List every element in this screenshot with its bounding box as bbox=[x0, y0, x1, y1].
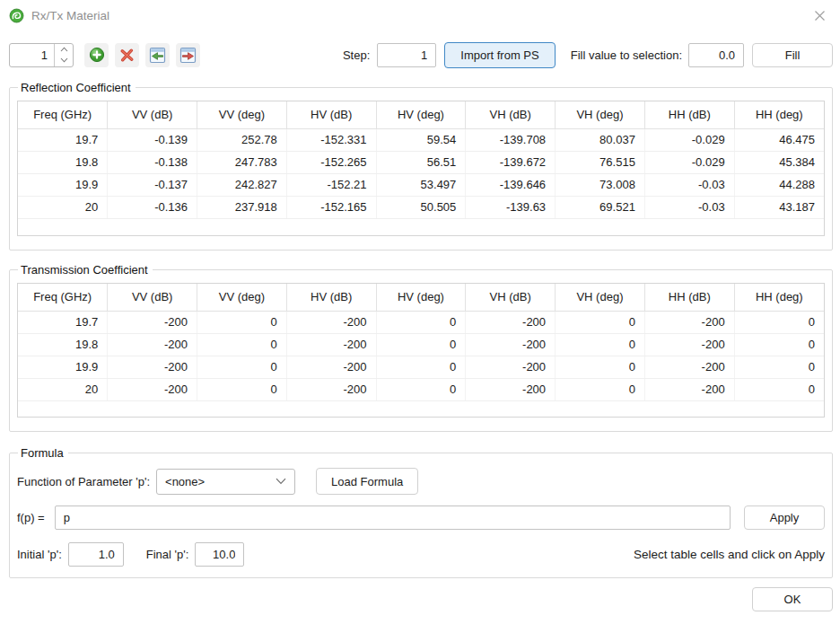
table-cell[interactable]: -200 bbox=[108, 378, 197, 400]
add-row-button[interactable] bbox=[84, 43, 109, 67]
table-cell[interactable]: -200 bbox=[286, 378, 376, 400]
table-cell[interactable]: -152.331 bbox=[286, 128, 376, 151]
import-from-ps-button[interactable]: Import from PS bbox=[444, 42, 555, 68]
fill-value-input[interactable] bbox=[688, 43, 744, 67]
table-cell[interactable]: 19.8 bbox=[18, 333, 108, 356]
table-cell[interactable]: 19.7 bbox=[18, 128, 108, 151]
table-cell[interactable]: 53.497 bbox=[376, 173, 466, 196]
column-header[interactable]: VV (dB) bbox=[108, 101, 197, 128]
row-count-spinner[interactable]: 1 bbox=[9, 43, 74, 67]
table-cell[interactable]: 69.521 bbox=[556, 196, 645, 218]
column-header[interactable]: HH (deg) bbox=[734, 101, 824, 128]
table-cell[interactable]: -0.137 bbox=[108, 173, 197, 196]
table-cell[interactable]: -200 bbox=[644, 311, 734, 333]
table-cell[interactable]: 0 bbox=[376, 356, 466, 378]
table-cell[interactable]: -139.63 bbox=[466, 196, 556, 218]
table-cell[interactable]: 0 bbox=[734, 311, 824, 333]
column-header[interactable]: VH (dB) bbox=[466, 101, 556, 128]
table-cell[interactable]: 43.187 bbox=[734, 196, 824, 218]
final-p-input[interactable] bbox=[195, 542, 244, 567]
export-table-button[interactable] bbox=[176, 43, 200, 67]
column-header[interactable]: VH (deg) bbox=[556, 284, 645, 311]
table-cell[interactable]: -152.165 bbox=[286, 196, 376, 218]
table-cell[interactable]: 20 bbox=[18, 378, 108, 400]
column-header[interactable]: HV (deg) bbox=[376, 101, 466, 128]
function-dropdown[interactable]: <none> bbox=[156, 469, 295, 495]
table-cell[interactable]: -139.646 bbox=[466, 173, 556, 196]
table-cell[interactable]: -200 bbox=[108, 356, 197, 378]
table-cell[interactable]: 19.9 bbox=[18, 173, 108, 196]
table-cell[interactable]: 0 bbox=[556, 356, 645, 378]
table-cell[interactable]: -200 bbox=[466, 356, 556, 378]
table-cell[interactable]: -200 bbox=[286, 356, 376, 378]
table-cell[interactable]: 0 bbox=[734, 378, 824, 400]
table-cell[interactable]: 0 bbox=[556, 378, 645, 400]
import-table-button[interactable] bbox=[145, 43, 170, 67]
table-cell[interactable]: -200 bbox=[466, 311, 556, 333]
table-cell[interactable]: 237.918 bbox=[197, 196, 287, 218]
table-cell[interactable]: -0.136 bbox=[108, 196, 197, 218]
close-icon[interactable] bbox=[809, 5, 829, 25]
table-cell[interactable]: 19.8 bbox=[18, 151, 108, 173]
column-header[interactable]: HV (dB) bbox=[286, 284, 376, 311]
table-cell[interactable]: -200 bbox=[644, 333, 734, 356]
column-header[interactable]: VH (dB) bbox=[466, 284, 556, 311]
table-cell[interactable]: -139.708 bbox=[466, 128, 556, 151]
table-cell[interactable]: 44.288 bbox=[734, 173, 824, 196]
column-header[interactable]: VV (dB) bbox=[108, 284, 197, 311]
table-cell[interactable]: -0.138 bbox=[108, 151, 197, 173]
table-cell[interactable]: -200 bbox=[108, 333, 197, 356]
table-cell[interactable]: -0.139 bbox=[108, 128, 197, 151]
column-header[interactable]: Freq (GHz) bbox=[18, 284, 108, 311]
table-cell[interactable]: 80.037 bbox=[556, 128, 645, 151]
table-cell[interactable]: 0 bbox=[376, 333, 466, 356]
column-header[interactable]: VH (deg) bbox=[556, 101, 645, 128]
step-input[interactable] bbox=[377, 43, 436, 67]
table-cell[interactable]: -0.029 bbox=[644, 128, 734, 151]
fill-button[interactable]: Fill bbox=[752, 43, 833, 67]
table-cell[interactable]: 0 bbox=[376, 378, 466, 400]
table-cell[interactable]: 0 bbox=[556, 311, 645, 333]
column-header[interactable]: HV (deg) bbox=[376, 284, 466, 311]
table-cell[interactable]: 19.9 bbox=[18, 356, 108, 378]
table-cell[interactable]: -200 bbox=[644, 378, 734, 400]
spinner-down-icon[interactable] bbox=[55, 55, 73, 66]
table-cell[interactable]: 19.7 bbox=[18, 311, 108, 333]
table-cell[interactable]: 76.515 bbox=[556, 151, 645, 173]
column-header[interactable]: HH (dB) bbox=[644, 284, 734, 311]
table-cell[interactable]: -200 bbox=[466, 333, 556, 356]
table-cell[interactable]: -0.029 bbox=[644, 151, 734, 173]
table-cell[interactable]: 59.54 bbox=[376, 128, 466, 151]
table-cell[interactable]: 73.008 bbox=[556, 173, 645, 196]
column-header[interactable]: HH (deg) bbox=[734, 284, 824, 311]
table-cell[interactable]: -200 bbox=[108, 311, 197, 333]
table-cell[interactable]: 0 bbox=[734, 356, 824, 378]
table-cell[interactable]: 242.827 bbox=[197, 173, 287, 196]
table-cell[interactable]: 0 bbox=[197, 356, 287, 378]
column-header[interactable]: VV (deg) bbox=[197, 284, 287, 311]
table-cell[interactable]: 45.384 bbox=[734, 151, 824, 173]
table-cell[interactable]: -200 bbox=[286, 311, 376, 333]
table-cell[interactable]: -152.21 bbox=[286, 173, 376, 196]
load-formula-button[interactable]: Load Formula bbox=[316, 468, 418, 495]
column-header[interactable]: Freq (GHz) bbox=[18, 101, 108, 128]
table-cell[interactable]: 20 bbox=[18, 196, 108, 218]
table-cell[interactable]: 0 bbox=[556, 333, 645, 356]
table-cell[interactable]: 0 bbox=[197, 333, 287, 356]
table-cell[interactable]: -152.265 bbox=[286, 151, 376, 173]
table-cell[interactable]: 0 bbox=[197, 378, 287, 400]
table-cell[interactable]: 0 bbox=[376, 311, 466, 333]
table-cell[interactable]: 0 bbox=[734, 333, 824, 356]
apply-button[interactable]: Apply bbox=[744, 506, 825, 530]
table-cell[interactable]: 247.783 bbox=[197, 151, 287, 173]
table-cell[interactable]: -139.672 bbox=[466, 151, 556, 173]
table-cell[interactable]: 46.475 bbox=[734, 128, 824, 151]
spinner-up-icon[interactable] bbox=[55, 44, 73, 56]
fp-input[interactable] bbox=[55, 506, 731, 530]
table-cell[interactable]: -0.03 bbox=[644, 173, 734, 196]
table-cell[interactable]: -0.03 bbox=[644, 196, 734, 218]
transmission-table[interactable]: Freq (GHz)VV (dB)VV (deg)HV (dB)HV (deg)… bbox=[17, 283, 825, 418]
column-header[interactable]: VV (deg) bbox=[197, 101, 287, 128]
initial-p-input[interactable] bbox=[68, 542, 124, 567]
reflection-table[interactable]: Freq (GHz)VV (dB)VV (deg)HV (dB)HV (deg)… bbox=[17, 101, 825, 236]
